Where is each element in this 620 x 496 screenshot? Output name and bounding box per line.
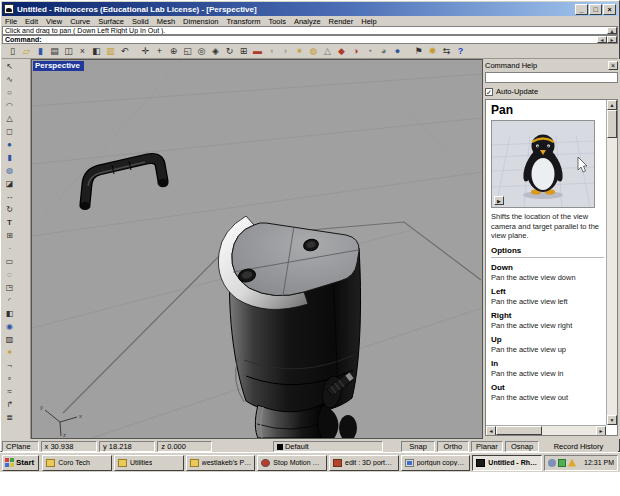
menu-file[interactable]: File [5,17,17,26]
help-vertical-scrollbar[interactable]: ▲ ▼ [606,100,617,425]
curve-icon[interactable]: ∿ [3,74,16,87]
chamfer-icon[interactable]: ∘ [3,373,16,386]
help-icon[interactable]: ? [454,45,467,58]
print-preview-icon[interactable]: ◫ [62,45,75,58]
array-icon[interactable]: ⊞ [3,230,16,243]
set-view-icon[interactable]: ▬ [251,45,264,58]
start-button[interactable]: Start [2,455,39,471]
undo-view-icon[interactable]: ◖ [265,45,278,58]
options-gear-icon[interactable]: ✺ [426,45,439,58]
fillet-icon[interactable]: ¬ [3,360,16,373]
undo-icon[interactable]: ↶ [118,45,131,58]
command-history[interactable]: Click and drag to pan ( Down Left Right … [2,26,618,35]
pan-demo-image[interactable]: ▶ [491,120,595,208]
vertical-scroll-thumb[interactable] [607,110,617,138]
flag-icon[interactable]: ⚑ [412,45,425,58]
task-westlakeb-pictures[interactable]: westlakeb's Pictures [186,455,256,471]
viewport-layout-icon[interactable]: ⊞ [237,45,250,58]
delete-icon[interactable]: × [76,45,89,58]
horizontal-scroll-thumb[interactable] [496,426,542,435]
help-horizontal-scrollbar[interactable]: ◄ ► [486,425,606,435]
viewport-title[interactable]: Perspective [33,61,84,71]
menu-edit[interactable]: Edit [25,17,38,26]
zoom-window-icon[interactable]: ◱ [181,45,194,58]
menu-view[interactable]: View [46,17,62,26]
ortho-toggle[interactable]: Ortho [437,441,469,452]
help-topic-field[interactable] [485,72,618,83]
export-icon[interactable]: ⇆ [440,45,453,58]
spotlight-icon[interactable]: △ [321,45,334,58]
corner-rectangle-icon[interactable]: ◳ [3,282,16,295]
tray-network-icon[interactable] [548,459,556,467]
point-icon[interactable]: ∙ [3,243,16,256]
blend-icon[interactable]: ≈ [3,386,16,399]
handle-object[interactable] [80,158,169,210]
zoom-icon[interactable]: ⊕ [167,45,180,58]
box-icon[interactable]: ◻ [3,126,16,139]
menu-surface[interactable]: Surface [98,17,124,26]
explode-icon[interactable]: ✶ [293,45,306,58]
record-history-toggle[interactable]: Record History [541,441,616,452]
menu-mesh[interactable]: Mesh [157,17,175,26]
layers-icon[interactable]: ≣ [3,412,16,425]
task-3d-portal-gun[interactable]: edit : 3D portal gun ... [329,455,399,471]
close-button[interactable]: × [603,4,616,15]
minimize-button[interactable]: _ [575,4,588,15]
auto-update-checkbox[interactable]: ✓ [485,88,493,96]
cplane-selector[interactable]: CPlane [2,441,39,452]
move-view-icon[interactable]: + [153,45,166,58]
render-icon[interactable]: ◆ [335,45,348,58]
render-properties-icon[interactable]: ◑ [349,45,362,58]
command-history-scroll-up-icon[interactable]: ▲ [607,27,617,34]
solid-spheres-icon[interactable]: ◉ [3,321,16,334]
play-button[interactable]: ▶ [494,196,504,205]
select-icon[interactable]: ↖ [3,61,16,74]
gun-body-object[interactable] [218,216,360,438]
snap-toggle[interactable]: Snap [401,441,435,452]
menu-help[interactable]: Help [361,17,376,26]
menu-curve[interactable]: Curve [70,17,90,26]
task-rhino-active[interactable]: Untitled - Rhinoc... [472,455,542,471]
title-bar[interactable]: Untitled - Rhinoceros (Educational Lab L… [2,2,618,16]
surface-icon[interactable]: ◧ [3,308,16,321]
pan-view-icon[interactable]: ✛ [139,45,152,58]
layer-pane[interactable]: Default [273,441,384,452]
task-portgun-paint[interactable]: portgun copy8 - Paint [401,455,471,471]
ghosted-viewport-icon[interactable]: ◕ [377,45,390,58]
new-file-icon[interactable]: ▯ [6,45,19,58]
shaded-viewport-icon[interactable]: ◔ [363,45,376,58]
rectangle-icon[interactable]: ▭ [3,256,16,269]
menu-render[interactable]: Render [329,17,354,26]
restore-button[interactable]: □ [589,4,602,15]
help-panel-header[interactable]: Command Help × [485,60,618,71]
task-coro-tech[interactable]: Coro Tech [42,455,112,471]
menu-analyze[interactable]: Analyze [294,17,321,26]
patch-icon[interactable]: ▨ [3,334,16,347]
menu-transform[interactable]: Transform [227,17,261,26]
tray-messenger-icon[interactable] [558,459,566,467]
menu-tools[interactable]: Tools [268,17,286,26]
scroll-up-icon[interactable]: ▲ [607,100,617,110]
tray-alert-icon[interactable] [568,459,576,467]
help-close-icon[interactable]: × [608,61,618,70]
explode-parts-icon[interactable]: ✶ [3,347,16,360]
polyline-icon[interactable]: △ [3,113,16,126]
arc-icon[interactable]: ◠ [3,100,16,113]
planar-toggle[interactable]: Planar [471,441,504,452]
light-icon[interactable]: ◍ [307,45,320,58]
command-input[interactable]: Command: ◄ ► [2,35,618,44]
cylinder-icon[interactable]: ▮ [3,152,16,165]
menu-solid[interactable]: Solid [132,17,149,26]
save-file-icon[interactable]: ▮ [34,45,47,58]
text-icon[interactable]: T [3,217,16,230]
circle-icon[interactable]: ○ [3,87,16,100]
scroll-down-icon[interactable]: ▼ [607,415,617,425]
redo-view-icon[interactable]: ◗ [279,45,292,58]
rotate-view-icon[interactable]: ↻ [223,45,236,58]
scroll-right-icon[interactable]: ► [596,426,606,436]
trim-icon[interactable]: ↱ [3,399,16,412]
menu-dimension[interactable]: Dimension [183,17,218,26]
print-icon[interactable]: ▤ [48,45,61,58]
move-icon[interactable]: ↔ [3,191,16,204]
boolean-icon[interactable]: ◪ [3,178,16,191]
